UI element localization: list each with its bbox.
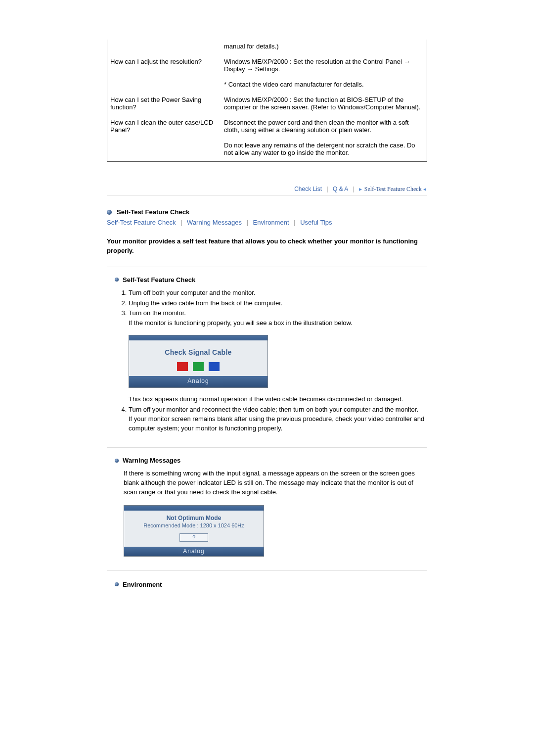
bullet-icon [115, 278, 119, 282]
bullet-icon [107, 210, 112, 215]
bullet-icon [115, 459, 119, 463]
osd-check-signal-illustration: Check Signal Cable Analog [129, 335, 268, 388]
self-test-steps: Turn off both your computer and the moni… [118, 288, 427, 433]
green-swatch-icon [193, 362, 204, 371]
osd-message: Check Signal Cable [133, 347, 264, 357]
table-row: How can I adjust the resolution? Windows… [107, 55, 427, 78]
subsection-warning-messages: Warning Messages If there is something w… [107, 457, 427, 571]
section-title: Self-Test Feature Check [117, 208, 189, 216]
osd-caption: This box appears during normal operation… [129, 395, 427, 404]
blue-swatch-icon [209, 362, 220, 371]
active-tab-marker-icon: ▸ [359, 186, 362, 192]
subsection-heading: Warning Messages [115, 457, 427, 464]
link-self-test[interactable]: Self-Test Feature Check [107, 219, 176, 226]
step-text: Unplug the video cable from the back of … [129, 299, 282, 307]
osd-help-button: ? [179, 533, 208, 542]
osd-mode-label: Analog [124, 547, 264, 556]
tab-q-and-a[interactable]: Q & A [333, 186, 348, 192]
section-heading: Self-Test Feature Check [107, 208, 427, 216]
osd-line1: Not Optimum Mode [127, 515, 261, 521]
qa-answer-extra: Do not leave any remains of the detergen… [221, 139, 427, 162]
qa-answer: manual for details.) [221, 40, 427, 55]
osd-body: Check Signal Cable [129, 340, 267, 376]
subsection-title: Environment [123, 581, 162, 588]
rgb-swatches [133, 362, 264, 371]
qa-question: How can I adjust the resolution? [107, 55, 222, 93]
divider [107, 447, 427, 448]
osd-mode-label: Analog [129, 376, 267, 387]
list-item: Turn off both your computer and the moni… [129, 288, 427, 298]
section-sublinks: Self-Test Feature Check | Warning Messag… [107, 219, 427, 226]
qa-question [107, 40, 222, 55]
osd-body: Not Optimum Mode Recommended Mode : 1280… [124, 511, 264, 547]
tab-self-test[interactable]: Self-Test Feature Check [364, 186, 422, 192]
table-row: How can I set the Power Saving function?… [107, 93, 427, 116]
link-warning-messages[interactable]: Warning Messages [187, 219, 242, 226]
section-intro: Your monitor provides a self test featur… [107, 237, 427, 267]
subsection-title: Self-Test Feature Check [123, 276, 195, 284]
osd-not-optimum-illustration: Not Optimum Mode Recommended Mode : 1280… [124, 505, 264, 557]
separator: | [180, 219, 182, 226]
warning-body-text: If there is something wrong with the inp… [124, 469, 427, 497]
step-subtext: If the monitor is functioning properly, … [129, 319, 427, 328]
qa-question: How can I clean the outer case/LCD Panel… [107, 116, 222, 162]
qa-table: manual for details.) How can I adjust th… [107, 40, 427, 162]
divider [107, 570, 427, 571]
tab-check-list[interactable]: Check List [294, 186, 322, 192]
osd-titlebar [124, 506, 264, 511]
subsection-environment: Environment [107, 581, 427, 588]
subsection-heading: Environment [115, 581, 427, 588]
osd-titlebar [129, 335, 267, 340]
link-environment[interactable]: Environment [253, 219, 289, 226]
qa-question: How can I set the Power Saving function? [107, 93, 222, 116]
table-row: How can I clean the outer case/LCD Panel… [107, 116, 427, 139]
subsection-self-test: Self-Test Feature Check Turn off both yo… [107, 276, 427, 448]
separator: | [327, 186, 328, 192]
red-swatch-icon [177, 362, 188, 371]
step-subtext: If your monitor screen remains blank aft… [129, 415, 427, 433]
qa-answer: Windows ME/XP/2000 : Set the resolution … [221, 55, 427, 78]
list-item: Turn off your monitor and reconnect the … [129, 405, 427, 434]
qa-answer-extra: * Contact the video card manufacturer fo… [221, 78, 427, 93]
list-item: Turn on the monitor. If the monitor is f… [129, 309, 427, 404]
subsection-heading: Self-Test Feature Check [115, 276, 427, 284]
link-useful-tips[interactable]: Useful Tips [300, 219, 332, 226]
subsection-title: Warning Messages [123, 457, 180, 464]
osd-line2: Recommended Mode : 1280 x 1024 60Hz [127, 522, 261, 528]
page-content: manual for details.) How can I adjust th… [107, 0, 427, 618]
qa-answer: Windows ME/XP/2000 : Set the function at… [221, 93, 427, 116]
qa-answer: Disconnect the power cord and then clean… [221, 116, 427, 139]
separator: | [294, 219, 295, 226]
step-text: Turn off your monitor and reconnect the … [129, 406, 418, 413]
bullet-icon [115, 582, 119, 586]
step-text: Turn off both your computer and the moni… [129, 289, 256, 296]
active-tab-marker-icon: ◂ [423, 186, 426, 192]
section-nav-tabs: Check List | Q & A | ▸ Self-Test Feature… [107, 186, 427, 195]
separator: | [247, 219, 248, 226]
separator: | [353, 186, 354, 192]
list-item: Unplug the video cable from the back of … [129, 299, 427, 308]
table-row: manual for details.) [107, 40, 427, 55]
step-text: Turn on the monitor. [129, 309, 186, 317]
